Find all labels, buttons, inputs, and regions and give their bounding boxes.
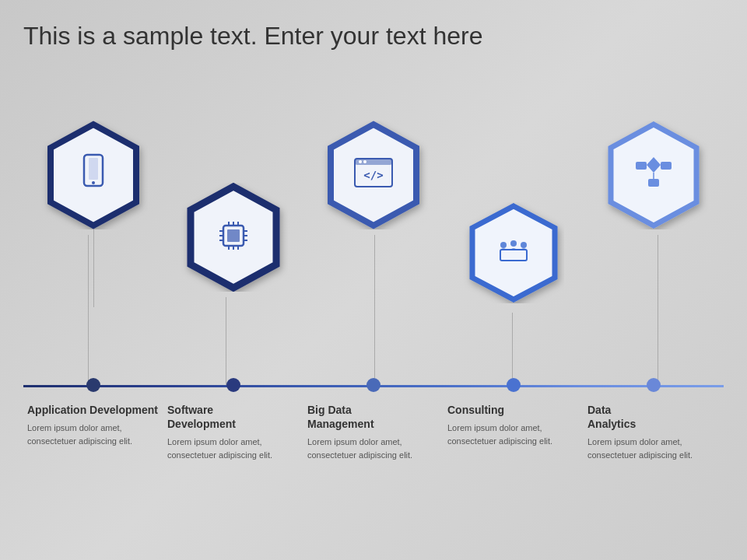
item-title-5: DataAnalytics (587, 403, 720, 431)
slide: This is a sample text. Enter your text h… (0, 0, 747, 560)
text-col-4: Consulting Lorem ipsum dolor amet, conse… (447, 403, 580, 461)
dot-col-3 (307, 378, 440, 392)
item-title-4: Consulting (447, 403, 580, 417)
svg-rect-34 (648, 179, 659, 187)
connector-1 (93, 229, 94, 307)
svg-point-3 (92, 181, 95, 184)
dot-col-1 (27, 378, 160, 392)
item-title-3: Big DataManagement (307, 403, 440, 431)
svg-marker-32 (647, 157, 661, 173)
svg-rect-6 (227, 229, 240, 242)
connector-line-5 (658, 235, 658, 385)
svg-point-27 (500, 242, 507, 248)
col-consulting (447, 198, 580, 307)
dot-col-4 (447, 378, 580, 392)
item-title-2: SoftwareDevelopment (167, 403, 300, 431)
item-desc-5: Lorem ipsum dolor amet, consectetuer adi… (587, 436, 720, 461)
hex-wrapper-5 (599, 121, 708, 229)
connector-line-2 (226, 297, 226, 385)
svg-point-28 (510, 240, 517, 247)
text-col-3: Big DataManagement Lorem ipsum dolor ame… (307, 403, 440, 461)
dot-5 (647, 378, 661, 392)
connector-line-3 (374, 235, 375, 385)
svg-point-22 (359, 160, 362, 163)
hex-wrapper-3: </> (319, 121, 428, 229)
hex-wrapper-1 (39, 121, 148, 229)
dots-row (0, 378, 747, 392)
text-col-5: DataAnalytics Lorem ipsum dolor amet, co… (587, 403, 720, 461)
code-icon: </> (353, 157, 394, 193)
hexagons-row: </> (0, 121, 747, 307)
dot-1 (86, 378, 100, 392)
phone-icon (79, 153, 107, 197)
slide-title: This is a sample text. Enter your text h… (23, 22, 482, 51)
col-data-analytics (587, 121, 720, 307)
item-title-1: Application Development (27, 403, 160, 417)
dot-col-2 (167, 378, 300, 392)
item-desc-4: Lorem ipsum dolor amet, consectetuer adi… (447, 422, 580, 447)
svg-rect-31 (636, 162, 647, 170)
item-desc-3: Lorem ipsum dolor amet, consectetuer adi… (307, 436, 440, 461)
dot-3 (366, 378, 381, 392)
svg-point-29 (521, 242, 527, 248)
dot-4 (507, 378, 521, 392)
svg-rect-26 (500, 250, 527, 261)
meeting-icon (494, 236, 533, 270)
dot-2 (226, 378, 240, 392)
svg-point-23 (363, 160, 366, 163)
svg-text:</>: </> (363, 169, 383, 181)
svg-rect-2 (89, 158, 98, 180)
connector-line-1 (88, 235, 89, 385)
col-app-dev (27, 121, 160, 307)
svg-rect-33 (661, 162, 672, 170)
hex-wrapper-2 (179, 183, 288, 292)
hex-wrapper-4 (459, 198, 568, 307)
text-row: Application Development Lorem ipsum dolo… (0, 403, 747, 461)
connector-line-4 (512, 313, 513, 385)
col-big-data: </> (307, 121, 440, 307)
flowchart-icon (634, 156, 673, 194)
item-desc-1: Lorem ipsum dolor amet, consectetuer adi… (27, 422, 160, 447)
col-soft-dev (167, 183, 300, 307)
text-col-1: Application Development Lorem ipsum dolo… (27, 403, 160, 461)
dot-col-5 (587, 378, 720, 392)
text-col-2: SoftwareDevelopment Lorem ipsum dolor am… (167, 403, 300, 461)
item-desc-2: Lorem ipsum dolor amet, consectetuer adi… (167, 436, 300, 461)
chip-icon (216, 218, 251, 257)
